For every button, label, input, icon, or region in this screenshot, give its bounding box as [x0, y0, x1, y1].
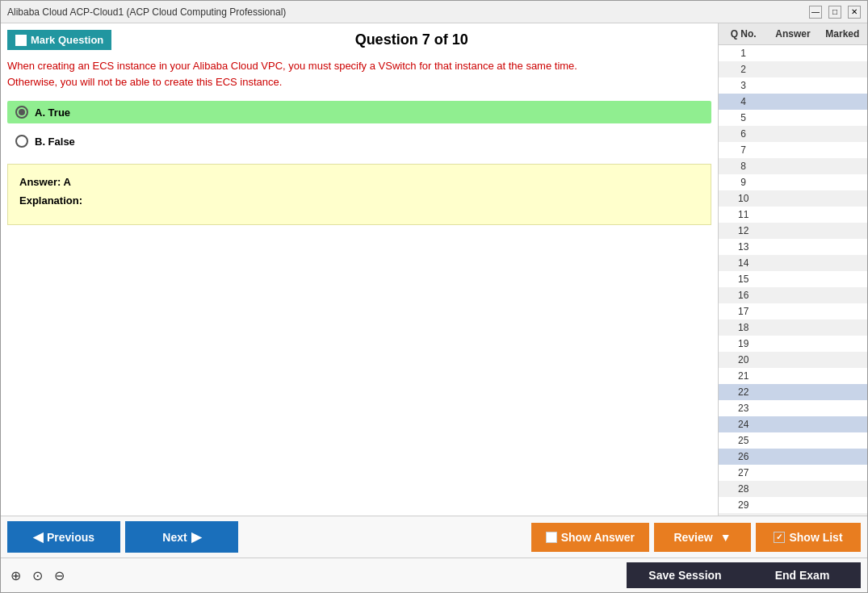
show-answer-button[interactable]: Show Answer — [531, 523, 649, 552]
mark-question-button[interactable]: Mark Question — [7, 30, 111, 50]
option-a-label: A. True — [35, 106, 70, 119]
q-row-27[interactable]: 27 — [719, 465, 867, 481]
right-panel-header: Q No. Answer Marked — [719, 23, 867, 45]
header-qno: Q No. — [719, 27, 768, 41]
answer-label: Answer: A — [19, 176, 699, 188]
options-list: A. True B. False — [7, 101, 711, 152]
mark-checkbox-icon — [15, 35, 27, 46]
option-a[interactable]: A. True — [7, 101, 711, 123]
q-row-20[interactable]: 20 — [719, 352, 867, 368]
window-controls: — □ ✕ — [809, 6, 861, 19]
q-row-15[interactable]: 15 — [719, 271, 867, 287]
q-row-6[interactable]: 6 — [719, 126, 867, 142]
question-text-part1: When creating an ECS instance in your Al… — [7, 60, 577, 88]
review-dropdown-icon: ▼ — [720, 531, 732, 544]
right-panel: Q No. Answer Marked 1 2 3 4 5 6 7 8 9 10… — [718, 23, 867, 516]
next-button[interactable]: Next ▶ — [125, 521, 238, 553]
show-answer-checkbox-icon — [546, 532, 557, 543]
q-row-1[interactable]: 1 — [719, 45, 867, 61]
question-title: Question 7 of 10 — [111, 31, 711, 48]
q-row-22[interactable]: 22 — [719, 384, 867, 400]
radio-a — [15, 106, 28, 119]
radio-b — [15, 135, 28, 148]
q-row-9[interactable]: 9 — [719, 174, 867, 190]
right-arrow-icon: ▶ — [191, 529, 201, 545]
titlebar: Alibaba Cloud ACP-Cloud1 (ACP Cloud Comp… — [1, 1, 867, 23]
q-row-11[interactable]: 11 — [719, 207, 867, 223]
question-text: When creating an ECS instance in your Al… — [7, 58, 711, 90]
question-list[interactable]: 1 2 3 4 5 6 7 8 9 10 11 12 13 14 15 16 1… — [719, 45, 867, 516]
review-button[interactable]: Review ▼ — [654, 523, 751, 552]
show-answer-label: Show Answer — [561, 531, 635, 544]
previous-button[interactable]: ◀ Previous — [7, 521, 120, 553]
q-row-10[interactable]: 10 — [719, 190, 867, 207]
highlighted-word: this — [196, 76, 212, 88]
q-row-28[interactable]: 28 — [719, 481, 867, 497]
show-list-checkbox-icon: ✓ — [774, 532, 785, 543]
next-label: Next — [162, 531, 187, 544]
bottom-bar2: ⊕ ⊙ ⊖ Save Session End Exam — [1, 558, 867, 592]
main-panel: Mark Question Question 7 of 10 When crea… — [1, 23, 718, 516]
main-window: Alibaba Cloud ACP-Cloud1 (ACP Cloud Comp… — [0, 0, 868, 593]
zoom-normal-button[interactable]: ⊙ — [29, 566, 46, 585]
answer-box: Answer: A Explanation: — [7, 164, 711, 225]
q-row-14[interactable]: 14 — [719, 255, 867, 271]
q-row-23[interactable]: 23 — [719, 400, 867, 416]
q-row-4[interactable]: 4 — [719, 94, 867, 110]
option-b-label: B. False — [35, 136, 75, 148]
q-row-29[interactable]: 29 — [719, 497, 867, 513]
header-answer: Answer — [768, 27, 817, 41]
q-row-25[interactable]: 25 — [719, 432, 867, 449]
show-list-label: Show List — [789, 531, 842, 544]
minimize-button[interactable]: — — [809, 6, 822, 19]
q-row-21[interactable]: 21 — [719, 368, 867, 384]
q-row-26[interactable]: 26 — [719, 449, 867, 465]
content-area: Mark Question Question 7 of 10 When crea… — [1, 23, 867, 516]
q-row-24[interactable]: 24 — [719, 416, 867, 432]
zoom-controls: ⊕ ⊙ ⊖ — [7, 566, 68, 585]
top-bar: Mark Question Question 7 of 10 — [7, 30, 711, 50]
previous-label: Previous — [47, 531, 94, 544]
q-row-5[interactable]: 5 — [719, 110, 867, 126]
close-button[interactable]: ✕ — [848, 6, 861, 19]
zoom-in-button[interactable]: ⊕ — [7, 566, 24, 585]
q-row-19[interactable]: 19 — [719, 336, 867, 352]
review-label: Review — [673, 531, 712, 544]
q-row-13[interactable]: 13 — [719, 239, 867, 255]
q-row-12[interactable]: 12 — [719, 223, 867, 239]
show-list-button[interactable]: ✓ Show List — [756, 523, 861, 552]
maximize-button[interactable]: □ — [828, 6, 841, 19]
q-row-7[interactable]: 7 — [719, 142, 867, 158]
save-session-button[interactable]: Save Session — [627, 562, 744, 588]
q-row-2[interactable]: 2 — [719, 61, 867, 77]
window-title: Alibaba Cloud ACP-Cloud1 (ACP Cloud Comp… — [7, 6, 286, 18]
q-row-17[interactable]: 17 — [719, 303, 867, 319]
explanation-label: Explanation: — [19, 194, 699, 207]
q-row-18[interactable]: 18 — [719, 319, 867, 336]
q-row-16[interactable]: 16 — [719, 287, 867, 303]
header-marked: Marked — [818, 27, 867, 41]
option-b[interactable]: B. False — [7, 130, 711, 152]
left-arrow-icon: ◀ — [33, 529, 43, 545]
zoom-out-button[interactable]: ⊖ — [51, 566, 68, 585]
bottom-bar: ◀ Previous Next ▶ Show Answer Review ▼ ✓… — [1, 516, 867, 558]
q-row-8[interactable]: 8 — [719, 158, 867, 174]
q-row-3[interactable]: 3 — [719, 77, 867, 94]
mark-question-label: Mark Question — [31, 34, 103, 46]
end-exam-button[interactable]: End Exam — [744, 562, 861, 588]
